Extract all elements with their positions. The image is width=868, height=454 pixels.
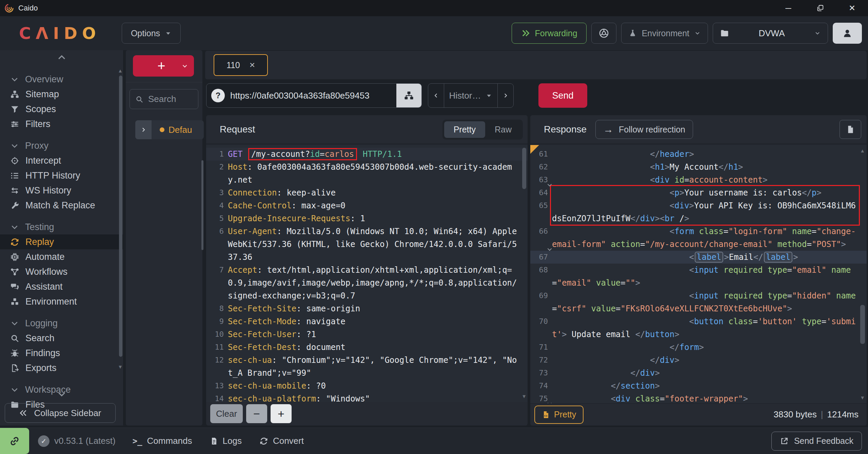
forwarding-button[interactable]: Forwarding [512,23,587,44]
code-line-67[interactable]: 67 <label>Email</label> [530,251,867,264]
sidebar-item-automate[interactable]: Automate [0,249,123,264]
replay-tab-110[interactable]: 110 × [214,54,268,76]
session-search-input[interactable] [148,94,193,104]
sidebar-item-ws-history[interactable]: WS History [0,183,123,198]
sidebar-item-assistant[interactable]: Assistant [0,279,123,294]
url-input[interactable]: https://0afe003004a363fa80e59453 [225,84,396,107]
code-line-62[interactable]: 62 <h1>My Account</h1> [530,161,867,173]
scroll-down-arrow-icon[interactable]: ▼ [860,395,865,400]
convert-button[interactable]: Convert [259,436,304,446]
code-line-5[interactable]: 5Upgrade-Insecure-Requests: 1 [206,212,528,225]
code-line-75[interactable]: 75 <div class="footer-wrapper"> [530,392,867,403]
session-search[interactable] [130,89,198,109]
history-dropdown[interactable]: Histor… [444,84,497,107]
response-editor[interactable]: 61 </header>62 <h1>My Account</h1>63 <di… [530,145,867,403]
url-bar[interactable]: ? https://0afe003004a363fa80e59453 [206,83,422,108]
code-line-8[interactable]: 8Sec-Fetch-Site: same-origin [206,302,528,315]
code-line-69[interactable]: 69 <input required type="hidden" name="c… [530,289,867,315]
send-button[interactable]: Send [538,83,587,108]
scroll-down-arrow-icon[interactable]: ▼ [118,364,123,370]
code-line-14[interactable]: 14sec-ch-ua-platform: "Windows" [206,392,528,402]
scroll-down-arrow-icon[interactable]: ▼ [521,393,527,399]
sidebar-item-exports[interactable]: Exports [0,360,123,375]
sidebar-item-scopes[interactable]: Scopes [0,102,123,117]
code-line-7[interactable]: 7Accept: text/html,application/xhtml+xml… [206,264,528,302]
send-feedback-button[interactable]: Send Feedback [771,432,862,451]
request-raw-tab[interactable]: Raw [485,121,521,138]
code-line-61[interactable]: 61 </header> [530,148,867,161]
scroll-up-arrow-icon[interactable]: ▲ [860,148,865,153]
environment-selector[interactable]: Environment [621,23,708,44]
export-response-button[interactable] [840,120,861,139]
code-line-70[interactable]: 70 <button class='button' type='submit'>… [530,315,867,341]
browser-button[interactable] [591,23,616,44]
proxy-link-button[interactable] [0,428,29,454]
close-button[interactable]: ✕ [836,0,868,16]
code-line-72[interactable]: 72 </div> [530,354,867,367]
code-line-65[interactable]: 65 <div>Your API Key is: OB9hCa6mX548iLM… [530,199,867,225]
code-line-12[interactable]: 12sec-ch-ua: "Chromium";v="142", "Google… [206,354,528,379]
request-pretty-tab[interactable]: Pretty [444,121,485,138]
close-tab-icon[interactable]: × [250,60,255,70]
scroll-up-arrow-icon[interactable]: ▲ [118,68,123,74]
version-status[interactable]: ✓ v0.53.1 (Latest) [38,435,116,447]
sidebar-scroll-up[interactable] [0,50,123,65]
sidebar-item-filters[interactable]: Filters [0,117,123,131]
code-line-64[interactable]: 64 <p>Your username is: carlos</p> [530,186,867,199]
expand-collection-button[interactable] [135,120,152,139]
code-line-73[interactable]: 73 </div> [530,367,867,379]
sidebar-item-findings[interactable]: Findings [0,346,123,360]
session-collection-item[interactable]: Defau [135,120,204,139]
options-button[interactable]: Options [122,23,181,44]
request-scrollbar[interactable] [522,148,526,189]
decrease-font-button[interactable]: − [246,404,267,423]
sidebar-scrollbar[interactable] [119,76,122,357]
new-session-button[interactable]: + [133,55,194,77]
code-line-63[interactable]: 63 <div id=account-content> [530,173,867,186]
code-line-11[interactable]: 11Sec-Fetch-Dest: document [206,341,528,354]
sidebar-section-header[interactable]: Logging [0,316,123,331]
code-line-3[interactable]: 3Connection: keep-alive [206,186,528,199]
increase-font-button[interactable]: + [271,404,292,423]
sidebar-section-header[interactable]: Proxy [0,138,123,153]
sidebar-item-environment[interactable]: Environment [0,294,123,309]
history-next-button[interactable] [497,84,513,107]
sidebar-item-match-replace[interactable]: Match & Replace [0,198,123,213]
sidebar-item-search[interactable]: Search [0,331,123,346]
connection-info-icon[interactable]: ? [211,89,225,102]
collapse-sidebar-button[interactable]: Collapse Sidebar [5,403,116,423]
response-scrollbar[interactable] [860,305,865,344]
code-line-4[interactable]: 4Cache-Control: max-age=0 [206,199,528,212]
panel-divider-scrollbar[interactable] [201,160,203,250]
request-editor[interactable]: 1GET /my-account?id=carlos HTTP/1.12Host… [206,145,528,402]
logs-button[interactable]: Logs [210,436,242,446]
code-line-71[interactable]: 71 </form> [530,341,867,354]
sidebar-section-header[interactable]: Overview [0,72,123,87]
minimize-button[interactable]: ─ [772,0,804,16]
sidebar-item-sitemap[interactable]: Sitemap [0,87,123,102]
fold-chevron-icon[interactable] [547,248,552,251]
account-button[interactable] [833,23,862,44]
sidebar-section-header[interactable]: Testing [0,220,123,234]
code-line-6[interactable]: 6User-Agent: Mozilla/5.0 (Windows NT 10.… [206,225,528,264]
restore-button[interactable] [804,0,836,16]
commands-button[interactable]: >_ Commands [133,436,192,446]
code-line-66[interactable]: 66 <form class="login-form" name="change… [530,225,867,251]
sidebar-item-workflows[interactable]: Workflows [0,264,123,279]
sidebar-item-replay[interactable]: Replay [0,234,123,249]
clear-button[interactable]: Clear [210,404,243,423]
code-line-13[interactable]: 13sec-ch-ua-mobile: ?0 [206,379,528,392]
sidebar-scroll-down[interactable] [0,389,123,399]
project-selector[interactable]: DVWA [713,23,828,44]
code-line-1[interactable]: 1GET /my-account?id=carlos HTTP/1.1 [206,148,528,161]
history-prev-button[interactable] [428,84,444,107]
code-line-2[interactable]: 2Host: 0afe003004a363fa80e59453007b00d4.… [206,161,528,186]
follow-redirection-button[interactable]: → Follow redirection [595,120,693,139]
sidebar-item-intercept[interactable]: Intercept [0,153,123,168]
fold-chevron-icon[interactable] [547,184,552,186]
response-pretty-button[interactable]: Pretty [534,406,584,424]
code-line-10[interactable]: 10Sec-Fetch-User: ?1 [206,328,528,341]
code-line-9[interactable]: 9Sec-Fetch-Mode: navigate [206,315,528,328]
code-line-68[interactable]: 68 <input required type="email" name="em… [530,264,867,289]
sidebar-item-http-history[interactable]: HTTP History [0,168,123,183]
